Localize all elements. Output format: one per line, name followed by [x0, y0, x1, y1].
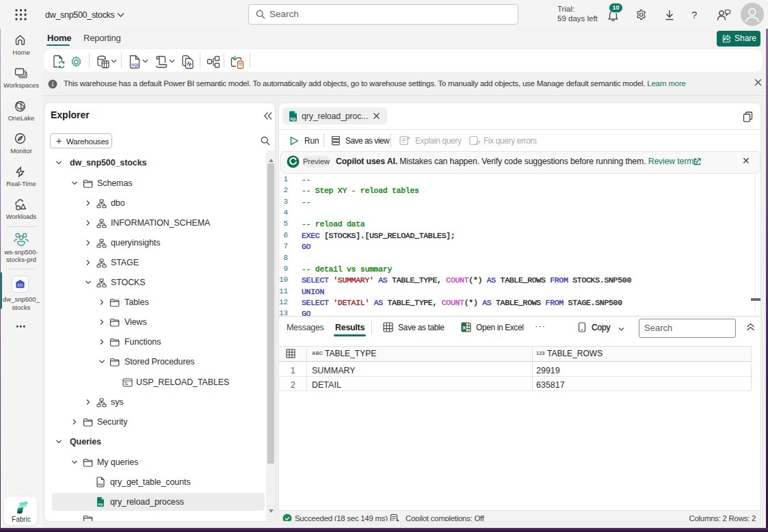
svg-text:X: X [462, 325, 466, 331]
svg-text:SQL: SQL [98, 503, 104, 506]
svg-text:SQL: SQL [131, 63, 140, 67]
svg-text:SQL: SQL [290, 118, 297, 121]
svg-text:SQL: SQL [98, 483, 104, 486]
